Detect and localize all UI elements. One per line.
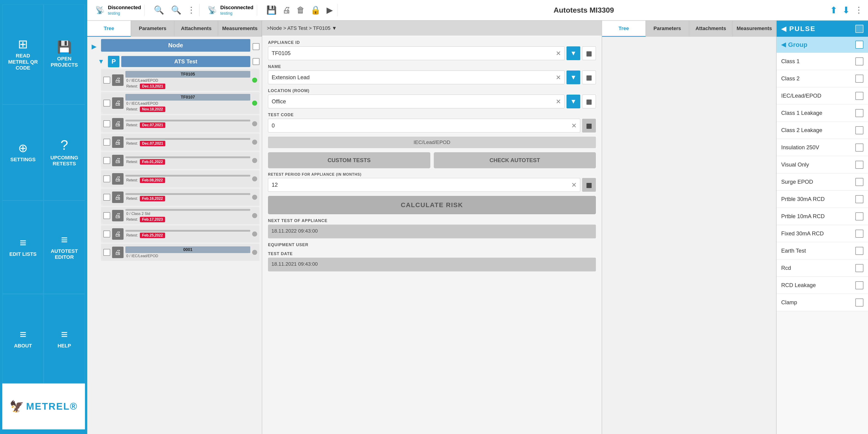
autotest-item-checkbox-5[interactable] bbox=[856, 144, 863, 152]
tab-measurements-right[interactable]: Measurements bbox=[733, 21, 776, 37]
calculate-risk-button[interactable]: CALCULATE RISK bbox=[268, 196, 596, 214]
retest-period-input[interactable]: 12 ✕ bbox=[268, 178, 580, 192]
retest-badge-8: Feb.25,2022 bbox=[140, 232, 165, 238]
device-checkbox-5[interactable] bbox=[103, 176, 110, 182]
sidebar-item-open-projects[interactable]: 💾 OPEN PROJECTS bbox=[43, 5, 85, 104]
sidebar-item-settings[interactable]: ⊕ SETTINGS bbox=[2, 104, 43, 200]
device-checkbox-4[interactable] bbox=[103, 157, 110, 164]
autotest-item-checkbox-2[interactable] bbox=[856, 92, 863, 100]
node-checkbox[interactable] bbox=[253, 43, 259, 50]
retest-period-clear-icon[interactable]: ✕ bbox=[571, 181, 577, 189]
list-item: Prtble 30mA RCD bbox=[777, 191, 868, 208]
sidebar-item-edit-lists[interactable]: ≡ EDIT LISTS bbox=[2, 200, 43, 294]
group-title: ◀ Group bbox=[781, 41, 807, 49]
appliance-id-barcode-btn[interactable]: ▦ bbox=[582, 46, 596, 60]
location-clear-icon[interactable]: ✕ bbox=[556, 98, 561, 105]
location-label: LOCATION (ROOM) bbox=[268, 88, 596, 93]
device-checkbox-6[interactable] bbox=[103, 194, 110, 201]
test-code-clear-icon[interactable]: ✕ bbox=[571, 122, 577, 129]
delete-icon[interactable]: 🗑 bbox=[295, 4, 306, 16]
device-retest-2: Retest: Dec.07,2021 bbox=[125, 122, 250, 128]
list-item: Class 1 Leakage bbox=[777, 104, 868, 122]
appliance-id-clear-icon[interactable]: ✕ bbox=[556, 50, 561, 57]
zoom-in-icon[interactable]: 🔍 bbox=[153, 4, 165, 16]
device-checkbox-7[interactable] bbox=[103, 212, 110, 219]
play-icon[interactable]: ▶ bbox=[326, 4, 334, 16]
ats-expand-icon[interactable]: ▼ bbox=[96, 58, 105, 65]
tab-parameters-right[interactable]: Parameters bbox=[646, 21, 689, 37]
print-icon[interactable]: 🖨 bbox=[281, 4, 292, 16]
tab-attachments-left[interactable]: Attachments bbox=[175, 21, 218, 37]
more-options-right-icon[interactable]: ⋮ bbox=[855, 5, 863, 15]
autotest-item-checkbox-12[interactable] bbox=[856, 264, 863, 272]
autotest-item-checkbox-7[interactable] bbox=[856, 178, 863, 186]
device-checkbox-8[interactable] bbox=[103, 230, 110, 238]
next-test-label: NEXT TEST OF APPLIANCE bbox=[268, 218, 596, 223]
list-item: Rcd bbox=[777, 259, 868, 277]
sidebar-item-help[interactable]: ≡ HELP bbox=[43, 294, 85, 383]
tab-attachments-right[interactable]: Attachments bbox=[689, 21, 733, 37]
lock-icon[interactable]: 🔒 bbox=[309, 4, 322, 16]
device-info-0: TF0105 0 / IEC/Lead/EPOD Retest: Dec.13,… bbox=[125, 71, 250, 89]
location-barcode-btn[interactable]: ▦ bbox=[582, 95, 596, 108]
device-checkbox-0[interactable] bbox=[103, 77, 110, 84]
autotest-item-checkbox-10[interactable] bbox=[856, 229, 863, 238]
retest-badge-4: Feb.01,2022 bbox=[140, 159, 165, 165]
pulse-checkbox[interactable] bbox=[856, 25, 863, 33]
device-checkbox-3[interactable] bbox=[103, 139, 110, 146]
tab-tree-right[interactable]: Tree bbox=[602, 21, 646, 37]
autotest-item-checkbox-14[interactable] bbox=[856, 299, 863, 307]
ats-checkbox[interactable] bbox=[253, 58, 259, 65]
autotest-item-checkbox-4[interactable] bbox=[856, 126, 863, 134]
appliance-id-dropdown-btn[interactable]: ▼ bbox=[566, 46, 580, 60]
node-expand-icon[interactable]: ▶ bbox=[90, 43, 99, 50]
about-icon: ≡ bbox=[20, 329, 26, 340]
location-input[interactable]: Office ✕ bbox=[268, 95, 565, 108]
upload-icon[interactable]: ⬆ bbox=[830, 5, 838, 16]
location-dropdown-btn[interactable]: ▼ bbox=[566, 95, 580, 108]
tab-parameters-left[interactable]: Parameters bbox=[131, 21, 175, 37]
device-checkbox-9[interactable] bbox=[103, 249, 110, 256]
collapse-pulse-icon[interactable]: ◀ bbox=[781, 25, 787, 33]
custom-tests-button[interactable]: CUSTOM TESTS bbox=[268, 152, 430, 168]
sidebar-item-label: HELP bbox=[58, 343, 71, 349]
tab-tree-left[interactable]: Tree bbox=[87, 21, 131, 37]
search-icon[interactable]: 🔍 bbox=[170, 4, 183, 16]
autotest-item-checkbox-3[interactable] bbox=[856, 109, 863, 117]
name-barcode-btn[interactable]: ▦ bbox=[582, 70, 596, 84]
name-clear-icon[interactable]: ✕ bbox=[556, 74, 561, 81]
appliance-id-input-row: TF0105 ✕ ▼ ▦ bbox=[268, 46, 596, 60]
group-checkbox[interactable] bbox=[856, 41, 863, 49]
device-icon-7: 🖨 bbox=[112, 210, 124, 221]
test-code-barcode-btn[interactable]: ▦ bbox=[582, 119, 596, 132]
sidebar-item-upcoming-retests[interactable]: ? UPCOMING RETESTS bbox=[43, 104, 85, 200]
autotest-item-checkbox-11[interactable] bbox=[856, 247, 863, 255]
autotest-item-checkbox-8[interactable] bbox=[856, 195, 863, 203]
autotest-item-checkbox-0[interactable] bbox=[856, 57, 863, 65]
autotest-item-checkbox-13[interactable] bbox=[856, 281, 863, 289]
question-icon: ? bbox=[60, 138, 68, 152]
device-checkbox-1[interactable] bbox=[103, 100, 110, 106]
list-item: Class 2 bbox=[777, 70, 868, 87]
device-checkbox-2[interactable] bbox=[103, 120, 110, 127]
name-input[interactable]: Extension Lead ✕ bbox=[268, 70, 565, 84]
appliance-id-label: APPLIANCE ID bbox=[268, 40, 596, 45]
sidebar-item-about[interactable]: ≡ ABOUT bbox=[2, 294, 43, 383]
tab-measurements-left[interactable]: Measurements bbox=[218, 21, 262, 37]
test-code-input[interactable]: 0 ✕ bbox=[268, 119, 580, 132]
autotest-item-checkbox-9[interactable] bbox=[856, 212, 863, 220]
appliance-id-input[interactable]: TF0105 ✕ bbox=[268, 46, 565, 60]
more-options-left-icon[interactable]: ⋮ bbox=[187, 5, 196, 15]
left-toolbar-icons: 🔍 🔍 ⋮ bbox=[149, 4, 199, 16]
collapse-group-icon[interactable]: ◀ bbox=[781, 41, 786, 48]
save-toolbar-icon[interactable]: 💾 bbox=[265, 4, 278, 16]
qr-code-icon: ⊞ bbox=[18, 38, 28, 50]
sidebar-item-autotest-editor[interactable]: ≡ AUTOTEST EDITOR bbox=[43, 200, 85, 294]
autotest-item-checkbox-6[interactable] bbox=[856, 161, 863, 169]
download-icon[interactable]: ⬇ bbox=[842, 5, 850, 16]
name-dropdown-btn[interactable]: ▼ bbox=[566, 70, 580, 84]
sidebar-item-read-qr[interactable]: ⊞ READ METREL QR CODE bbox=[2, 5, 43, 104]
retest-period-barcode-btn[interactable]: ▦ bbox=[582, 178, 596, 192]
autotest-item-checkbox-1[interactable] bbox=[856, 74, 863, 83]
check-autotest-button[interactable]: CHECK AUTOTEST bbox=[434, 152, 596, 168]
